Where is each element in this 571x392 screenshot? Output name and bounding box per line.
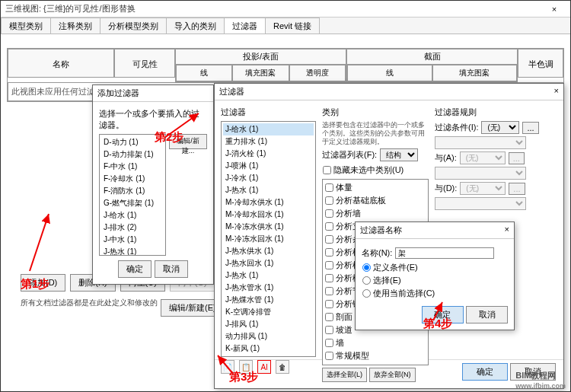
filter-dlg-close[interactable]: × [554, 86, 559, 97]
list-item[interactable]: J-热水管水 (1) [223, 282, 314, 294]
add-filter-list[interactable]: D-动力 (1)D-动力排架 (1)F-中水 (1)F-冷却水 (1)F-消防水… [99, 134, 166, 256]
category-item[interactable]: 柱 [324, 362, 426, 365]
select-all-button[interactable]: 选择全部(L) [322, 368, 367, 382]
list-item[interactable]: 动力排风 (1) [223, 330, 314, 343]
opt-define-radio[interactable] [362, 263, 371, 272]
list-item[interactable]: J-热水回水 (1) [223, 257, 314, 269]
category-item[interactable]: 墙 [324, 336, 426, 349]
rename-icon[interactable]: AI [257, 360, 271, 374]
list-item[interactable]: J-中水 (1) [101, 234, 164, 246]
filter-dlg-title: 过滤器 [219, 86, 244, 97]
list-item[interactable]: D-动力排架 (1) [101, 148, 164, 161]
list-item[interactable]: G-燃气排架 (1) [101, 197, 164, 209]
hide-unchecked-checkbox[interactable] [323, 166, 331, 174]
list-item[interactable]: J-排水 (2) [101, 221, 164, 234]
filter-name-dialog: 过滤器名称× 名称(N): 定义条件(E) 选择(E) 使用当前选择(C) 确定… [355, 221, 515, 330]
rule-more-1[interactable]: ... [522, 122, 538, 134]
add-ok-button[interactable]: 确定 [118, 260, 152, 278]
rule-and-1[interactable]: (无) [460, 151, 506, 164]
list-item[interactable]: J-喷淋 (1) [223, 160, 314, 172]
category-item[interactable]: 分析墙 [324, 207, 426, 220]
main-titlebar: 三维视图: {三维}的可见性/图形替换 × [1, 1, 570, 18]
rule-cond-select[interactable]: (无) [481, 121, 519, 134]
list-item[interactable]: J-消火栓 (1) [223, 148, 314, 160]
tab-revit-link[interactable]: Revit 链接 [265, 18, 320, 33]
opt-select-radio[interactable] [362, 276, 371, 285]
list-item[interactable]: M-冷冻水回水 (1) [223, 233, 314, 245]
col-proj: 投影/表面 线 填充图案 透明度 [175, 49, 346, 82]
list-item[interactable]: 重力排水 (1) [223, 135, 314, 148]
category-filter-select[interactable]: 结构 [380, 148, 418, 161]
list-item[interactable]: K-空调冷排管 [223, 306, 314, 318]
list-item[interactable]: D-动力排架 (1) [223, 355, 314, 357]
tab-import[interactable]: 导入的类别 [166, 18, 225, 33]
list-item[interactable]: J-冷水 (1) [223, 172, 314, 184]
list-item[interactable]: J-热水供水 (1) [223, 245, 314, 257]
delete-icon[interactable]: 🗑 [276, 360, 289, 374]
category-item[interactable]: 常规模型 [324, 349, 426, 362]
list-item[interactable]: D-动力 (1) [101, 136, 164, 148]
category-item[interactable]: 分析基础底板 [324, 194, 426, 207]
tab-filter[interactable]: 过滤器 [224, 18, 266, 33]
list-item[interactable]: M-冷却水供水 (1) [223, 196, 314, 209]
list-item[interactable]: J-排风 (1) [223, 318, 314, 330]
copy-icon[interactable]: 📋 [239, 360, 253, 374]
add-button[interactable]: 添加(D) [21, 274, 65, 292]
rule-more-2[interactable]: ... [509, 152, 525, 164]
close-icon[interactable]: × [543, 5, 566, 14]
list-item[interactable]: J-热煤水管 (1) [223, 294, 314, 306]
list-item[interactable]: J-热水 (1) [101, 246, 164, 256]
rule-val-1[interactable] [435, 136, 526, 149]
filter-list[interactable]: J-给水 (1)重力排水 (1)J-消火栓 (1)J-喷淋 (1)J-冷水 (1… [221, 121, 316, 357]
tab-analysis[interactable]: 分析模型类别 [100, 18, 167, 33]
edit-create-button-2[interactable]: 编辑/新建... [169, 134, 207, 149]
list-item[interactable]: J-热水 (1) [223, 184, 314, 196]
tab-annot[interactable]: 注释类别 [50, 18, 100, 33]
list-item[interactable]: M-冷冻水供水 (1) [223, 221, 314, 233]
add-dlg-title: 添加过滤器 [97, 88, 139, 99]
col-name: 名称 [8, 49, 114, 78]
tab-model[interactable]: 模型类别 [1, 18, 51, 33]
list-item[interactable]: K-新风 (1) [223, 343, 314, 355]
name-cancel-button[interactable]: 取消 [466, 306, 508, 323]
rule-val-3[interactable] [435, 197, 526, 210]
rule-val-2[interactable] [435, 167, 526, 180]
list-item[interactable]: F-冷却水 (1) [101, 173, 164, 185]
svg-line-0 [30, 214, 49, 271]
name-ok-button[interactable]: 确定 [422, 306, 464, 323]
list-item[interactable]: J-给水 (1) [101, 209, 164, 221]
category-item[interactable]: 体量 [324, 181, 426, 194]
name-dlg-close[interactable]: × [505, 225, 509, 236]
filter-name-input[interactable] [395, 247, 494, 259]
list-item[interactable]: J-给水 (1) [223, 123, 314, 135]
list-item[interactable]: M-冷却水回水 (1) [223, 209, 314, 221]
add-dlg-msg: 选择一个或多个要插入的过滤器。 [99, 108, 207, 131]
col-sec: 截面 线 填充图案 [346, 49, 518, 82]
add-filter-dialog: 添加过滤器 选择一个或多个要插入的过滤器。 D-动力 (1)D-动力排架 (1)… [92, 84, 214, 285]
deselect-all-button[interactable]: 放弃全部(N) [369, 368, 416, 382]
filter-ok-button[interactable]: 确定 [462, 363, 508, 381]
add-cancel-button[interactable]: 取消 [155, 260, 188, 278]
rule-more-3[interactable]: ... [509, 183, 525, 195]
watermark: BIM教程网 www.ifbim.com [515, 365, 566, 390]
list-item[interactable]: F-消防水 (1) [101, 185, 164, 197]
main-tabs: 模型类别 注释类别 分析模型类别 导入的类别 过滤器 Revit 链接 [1, 18, 570, 34]
rule-and-2[interactable]: (无) [460, 182, 506, 195]
list-item[interactable]: J-热水 (1) [223, 269, 314, 282]
col-half: 半色调 [518, 49, 563, 78]
window-title: 三维视图: {三维}的可见性/图形替换 [5, 3, 543, 14]
new-icon[interactable]: 📄 [221, 360, 234, 374]
list-item[interactable]: F-中水 (1) [101, 161, 164, 173]
col-vis: 可见性 [114, 49, 175, 78]
opt-current-radio[interactable] [362, 289, 371, 298]
arrow-1 [22, 206, 68, 275]
